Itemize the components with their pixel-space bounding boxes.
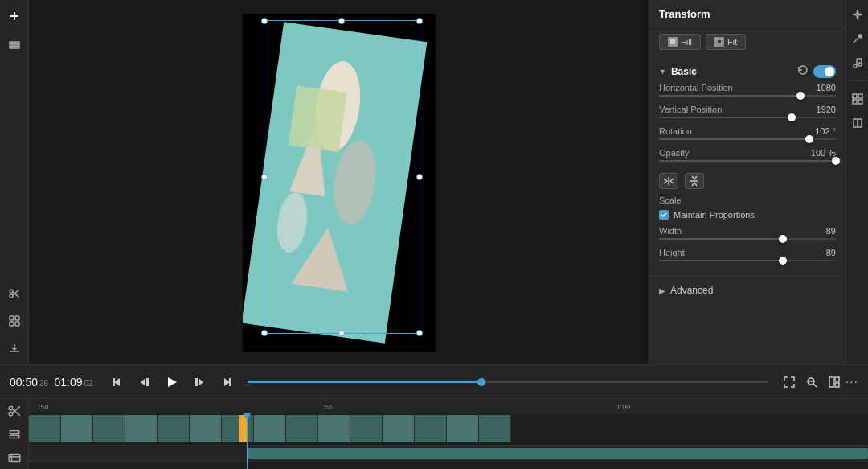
total-time: 01:09 <box>55 376 83 389</box>
fill-button[interactable]: Fill <box>659 34 701 50</box>
timeline-scissors-icon[interactable] <box>5 402 24 419</box>
rotation-slider[interactable] <box>659 138 836 140</box>
svg-marker-32 <box>168 377 177 387</box>
add-icon[interactable] <box>5 6 24 26</box>
svg-rect-9 <box>10 322 14 326</box>
rotation-prop: Rotation 102 ° <box>659 126 836 140</box>
h-position-slider[interactable] <box>659 95 836 97</box>
svg-rect-34 <box>195 378 198 386</box>
advanced-section-header[interactable]: ▶ Advanced <box>649 276 845 304</box>
svg-point-3 <box>10 290 13 293</box>
skip-to-end-button[interactable] <box>215 371 238 393</box>
time-display: 00:50 26 01:09 02 <box>10 376 93 389</box>
svg-rect-40 <box>829 377 833 387</box>
timeline-content: :50 :55 1:00 <box>29 399 868 469</box>
timeline-left-toolbar <box>0 399 29 469</box>
maintain-proportions-row: Maintain Proportions <box>659 210 836 220</box>
download-icon[interactable] <box>5 339 24 358</box>
flip-vertical-button[interactable] <box>685 173 704 189</box>
playback-controls <box>106 371 238 393</box>
layers-icon[interactable] <box>5 35 24 55</box>
more-options-button[interactable]: ··· <box>845 375 858 389</box>
music-icon[interactable] <box>850 55 866 71</box>
timeline-media-icon[interactable] <box>5 449 24 466</box>
svg-point-4 <box>10 294 13 298</box>
svg-line-15 <box>854 37 859 43</box>
thumb-15 <box>479 415 511 442</box>
width-slider[interactable] <box>659 238 836 240</box>
svg-rect-7 <box>10 316 14 320</box>
thumb-5 <box>158 415 190 442</box>
flip-row <box>659 170 836 195</box>
ruler-mark-100: 1:00 <box>616 403 631 411</box>
svg-rect-47 <box>10 430 18 433</box>
svg-rect-1 <box>10 44 19 46</box>
svg-rect-48 <box>10 435 18 438</box>
thumb-3 <box>93 415 125 442</box>
flip-horizontal-button[interactable] <box>659 173 678 189</box>
layout-button[interactable] <box>823 371 845 393</box>
zoom-button[interactable] <box>800 371 823 393</box>
thumb-10 <box>318 415 350 442</box>
tracks-container <box>29 413 868 469</box>
advanced-chevron-icon: ▶ <box>659 286 665 295</box>
timeline-area: :50 :55 1:00 <box>0 399 868 469</box>
opacity-slider[interactable] <box>659 160 836 162</box>
playback-bar: 00:50 26 01:09 02 <box>0 365 868 399</box>
thumb-2 <box>61 415 93 442</box>
video-canvas[interactable] <box>243 14 436 352</box>
thumb-13 <box>415 415 447 442</box>
skip-to-start-button[interactable] <box>106 371 129 393</box>
v-position-slider[interactable] <box>659 117 836 118</box>
basic-section: ▼ Basic Horizontal Position <box>649 56 845 276</box>
fit-button[interactable]: Fit <box>706 34 746 50</box>
thumb-6 <box>190 415 222 442</box>
svg-rect-41 <box>835 377 839 381</box>
basic-section-toggle[interactable]: ▼ Basic <box>659 66 697 77</box>
stack-icon[interactable] <box>5 311 24 331</box>
play-pause-button[interactable] <box>161 371 183 393</box>
grid-icon[interactable] <box>850 91 866 107</box>
thumb-11 <box>350 415 383 442</box>
svg-point-44 <box>9 412 13 416</box>
thumb-14 <box>447 415 479 442</box>
thumb-12 <box>383 415 415 442</box>
svg-point-43 <box>9 406 13 410</box>
progress-bar[interactable] <box>248 381 768 383</box>
left-toolbar <box>0 0 29 364</box>
svg-rect-14 <box>717 39 722 44</box>
svg-rect-49 <box>9 454 20 461</box>
vertical-position-prop: Vertical Position 1920 <box>659 105 836 118</box>
thumb-1 <box>29 415 61 442</box>
timeline-layers-icon[interactable] <box>5 426 24 442</box>
sparkle-icon[interactable] <box>850 6 866 23</box>
svg-rect-8 <box>15 316 19 320</box>
reset-icon[interactable] <box>797 64 809 78</box>
ruler-mark-50: :50 <box>39 403 49 411</box>
maintain-proportions-checkbox[interactable] <box>659 210 669 220</box>
current-frame: 26 <box>39 379 48 388</box>
height-prop: Height 89 <box>659 248 836 261</box>
transform-icon[interactable] <box>850 115 866 131</box>
scissors-icon[interactable] <box>5 284 24 303</box>
svg-rect-12 <box>670 39 675 44</box>
svg-rect-42 <box>835 383 839 387</box>
step-forward-button[interactable] <box>188 371 211 393</box>
horizontal-position-prop: Horizontal Position 1080 <box>659 83 836 97</box>
step-back-button[interactable] <box>133 371 156 393</box>
height-slider[interactable] <box>659 260 836 261</box>
clip-1[interactable] <box>29 415 868 442</box>
wand-icon[interactable] <box>850 31 866 47</box>
track-1 <box>29 413 868 446</box>
thumb-7 <box>222 415 254 442</box>
thumbnail-strip <box>29 415 868 442</box>
basic-toggle[interactable] <box>813 65 836 78</box>
svg-rect-23 <box>858 94 862 98</box>
svg-marker-30 <box>141 378 145 386</box>
fit-to-screen-button[interactable] <box>778 371 800 393</box>
thumb-9 <box>286 415 318 442</box>
width-prop: Width 89 <box>659 226 836 240</box>
fill-fit-row: Fill Fit <box>649 27 845 56</box>
canvas-area <box>29 0 649 364</box>
svg-rect-36 <box>229 378 231 386</box>
